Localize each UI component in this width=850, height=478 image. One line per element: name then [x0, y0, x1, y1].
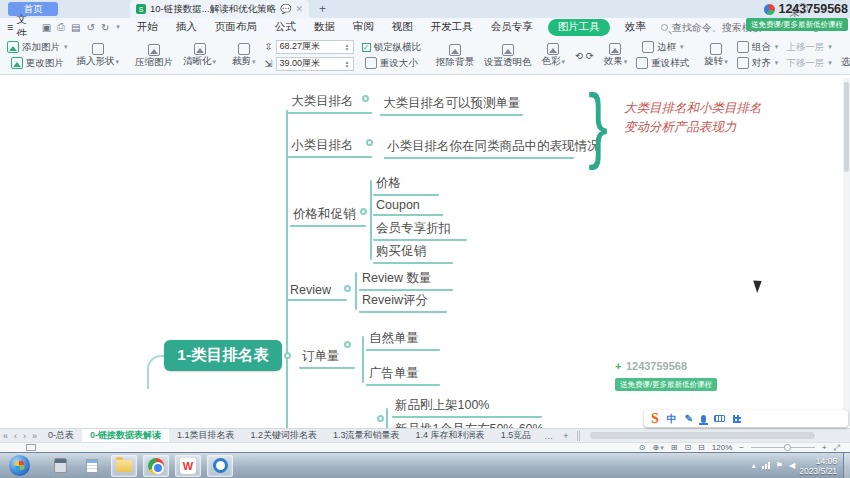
last-sheet-icon[interactable]: » [29, 431, 40, 441]
next-sheet-icon[interactable]: › [20, 431, 29, 441]
mindmap-node-organic-orders[interactable]: 自然单量 [366, 329, 440, 351]
sogou-logo-icon[interactable]: S [651, 411, 659, 427]
scrollbar-thumb[interactable] [844, 82, 849, 172]
mindmap-node-review[interactable]: Review [287, 282, 347, 301]
vertical-scrollbar[interactable] [843, 78, 850, 426]
node-connector-icon[interactable] [344, 285, 351, 292]
remove-background-button[interactable]: 抠除背景 [431, 38, 479, 72]
menu-insert[interactable]: 插入 [167, 20, 206, 34]
effects-button[interactable]: 效果▾ [599, 38, 633, 72]
locate-icon[interactable]: ⊕▾ [652, 443, 663, 452]
sheet-tab-link-data-active[interactable]: 0-链接数据表解读 [82, 429, 169, 443]
node-connector-icon[interactable] [360, 208, 367, 215]
sheet-tab-category-rank[interactable]: 1.1类目排名表 [169, 429, 243, 443]
network-icon[interactable] [762, 462, 770, 469]
view-page-layout-icon[interactable]: ⊡ [684, 443, 691, 452]
mindmap-node-review-score[interactable]: Reveiw评分 [359, 291, 447, 313]
zoom-level[interactable]: 120% [712, 443, 732, 452]
rotate-button[interactable]: 旋转▾ [699, 38, 733, 72]
taskbar-browser[interactable] [207, 455, 233, 477]
clarify-button[interactable]: 清晰化▾ [178, 38, 221, 72]
height-field[interactable]: 68.27厘米▲▼ [276, 40, 354, 54]
more-sheets-button[interactable]: … [539, 431, 558, 441]
horizontal-scrollbar[interactable] [590, 432, 815, 439]
add-picture-button[interactable]: 添加图片▾ [3, 41, 72, 54]
sheet-tab-traffic-sales[interactable]: 1.3流量和销量表 [325, 429, 408, 443]
change-picture-button[interactable]: 更改图片 [7, 57, 68, 70]
node-connector-icon[interactable] [366, 139, 373, 146]
menu-efficiency[interactable]: 效率 [616, 20, 655, 34]
redo-icon[interactable]: ↻ [101, 22, 109, 33]
mindmap-node-big-category[interactable]: 大类目排名 [288, 92, 372, 114]
menu-review[interactable]: 审阅 [344, 20, 383, 34]
node-connector-icon[interactable] [284, 352, 291, 359]
crop-button[interactable]: 裁剪▾ [227, 38, 261, 72]
menu-page-layout[interactable]: 页面布局 [206, 20, 266, 34]
rotate-left-icon[interactable]: ⟲ [575, 50, 583, 61]
menu-developer[interactable]: 开发工具 [422, 20, 482, 34]
first-sheet-icon[interactable]: « [0, 431, 11, 441]
set-transparent-button[interactable]: 设置透明色 [479, 38, 537, 72]
node-connector-icon[interactable] [377, 415, 384, 422]
scrollbar-splitter[interactable] [577, 431, 580, 441]
selection-pane-button[interactable]: 选择窗格 [836, 38, 850, 72]
mindmap-node-purchase-promo[interactable]: 购买促销 [373, 242, 453, 264]
spinner-icon[interactable]: ▲▼ [345, 60, 350, 68]
mindmap-node-new-product-50-60[interactable]: 新品推1个月左右50%-60% [392, 420, 562, 428]
save-icon[interactable]: ▣ [42, 22, 51, 33]
eye-protect-icon[interactable]: ⊙ [639, 443, 646, 452]
menu-formulas[interactable]: 公式 [266, 20, 305, 34]
mindmap-node-small-category-note[interactable]: 小类目排名你在同类商品中的表现情况 [384, 137, 574, 159]
view-normal-icon[interactable]: ⊞ [671, 443, 678, 452]
view-page-break-icon[interactable]: ⊟ [698, 443, 705, 452]
show-desktop-button[interactable] [843, 453, 850, 478]
sheet-canvas[interactable]: 1-类目排名表 大类目排名 大类目排名可以预测单量 小类目排名 小类目排名你在同… [0, 76, 850, 428]
chevron-down-icon[interactable]: ▾ [116, 23, 120, 31]
rotate-left-right-buttons[interactable]: ⟲ ⟳ [570, 38, 599, 72]
sheet-tab-competitor[interactable]: 1.5竞品 [493, 429, 540, 443]
ime-flag-icon[interactable]: ⚑ [776, 461, 783, 470]
document-tab[interactable]: S 10-链接数据...解读和优化策略 💬 ✕ [130, 0, 309, 18]
bring-forward-button[interactable]: 上移一层▾ [782, 41, 836, 54]
color-button[interactable]: 色彩▾ [537, 38, 571, 72]
sheet-tab-summary[interactable]: 0-总表 [40, 429, 82, 443]
zoom-in-icon[interactable]: + [822, 443, 827, 452]
zoom-out-icon[interactable]: − [739, 443, 744, 452]
menu-member[interactable]: 会员专享 [482, 20, 542, 34]
compress-picture-button[interactable]: 压缩图片 [130, 38, 178, 72]
taskbar-explorer[interactable] [111, 455, 137, 477]
sheet-tab-inventory-profit[interactable]: 1.4 库存和利润表 [408, 429, 493, 443]
node-connector-icon[interactable] [344, 341, 351, 348]
send-backward-button[interactable]: 下移一层▾ [782, 57, 836, 70]
menu-home[interactable]: 开始 [128, 20, 167, 34]
volume-icon[interactable]: ◀ [789, 461, 795, 470]
sheet-tab-keyword-rank[interactable]: 1.2关键词排名表 [243, 429, 326, 443]
mindmap-node-small-category[interactable]: 小类目排名 [288, 136, 372, 158]
taskbar-clock[interactable]: 14:06 2023/5/21 [799, 456, 837, 476]
new-tab-button[interactable]: + [319, 2, 326, 16]
mindmap-node-price[interactable]: 价格 [373, 174, 439, 196]
menu-view[interactable]: 视图 [383, 20, 422, 34]
zoom-slider-knob[interactable] [784, 444, 791, 451]
zoom-slider[interactable] [751, 447, 815, 448]
width-field[interactable]: 39.00厘米▲▼ [276, 57, 354, 71]
node-connector-icon[interactable] [362, 95, 369, 102]
taskbar-wps[interactable]: W [175, 455, 201, 477]
lock-aspect-checkbox[interactable]: ✓锁定纵横比 [358, 41, 426, 54]
rotate-right-icon[interactable]: ⟳ [586, 50, 594, 61]
tab-picture-tools[interactable]: 图片工具 [548, 19, 610, 36]
mindmap-node-price-promo[interactable]: 价格和促销 [290, 205, 366, 227]
menu-data[interactable]: 数据 [305, 20, 344, 34]
ime-toolbar[interactable]: S 中 ✎ [644, 410, 848, 427]
toolbox-icon[interactable] [733, 415, 741, 423]
handwriting-icon[interactable]: ✎ [685, 413, 693, 424]
spinner-icon[interactable]: ▲▼ [345, 43, 350, 51]
undo-icon[interactable]: ↺ [87, 22, 95, 33]
fullscreen-icon[interactable]: ⤢ [834, 443, 840, 453]
taskbar-chrome[interactable] [143, 455, 169, 477]
insert-shape-button[interactable]: 插入形状▾ [72, 38, 125, 72]
mindmap-node-review-count[interactable]: Review 数量 [359, 269, 453, 291]
group-button[interactable]: 组合▾ [733, 41, 783, 54]
mindmap-node-new-product-100[interactable]: 新品刚上架100% [392, 396, 542, 418]
microphone-icon[interactable] [701, 415, 706, 423]
